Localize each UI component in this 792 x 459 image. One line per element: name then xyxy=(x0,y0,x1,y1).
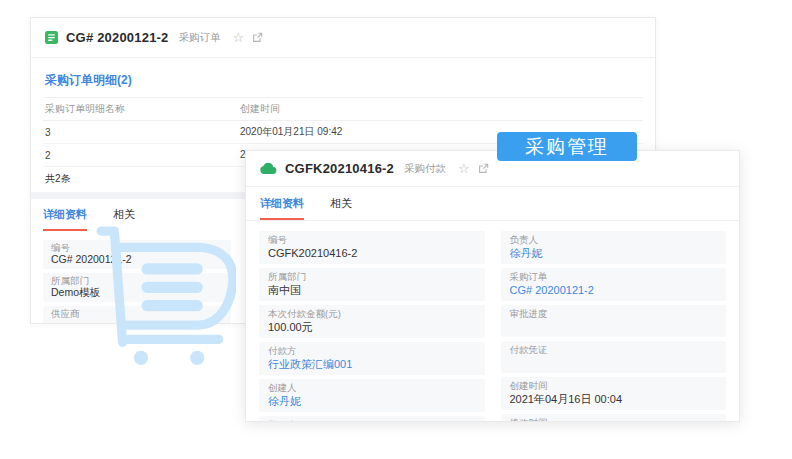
cloud-icon xyxy=(260,162,277,175)
share-icon[interactable] xyxy=(252,32,263,43)
field-label: 付款凭证 xyxy=(510,344,718,356)
field-creator: 创建人 徐丹妮 xyxy=(259,379,485,412)
column-header-name: 采购订单明细名称 xyxy=(43,98,238,121)
front-card-tabs: 详细资料 相关 xyxy=(246,187,739,221)
fields-left-column: 编号 CGFK20210416-2 所属部门 南中国 本次付款金额(元) 100… xyxy=(259,231,485,422)
fields-right-column: 负责人 徐丹妮 采购订单 CG# 20200121-2 审批进度 付款凭证 创建… xyxy=(501,231,727,422)
field-payment-amount: 本次付款金额(元) 100.00元 xyxy=(259,305,485,338)
field-department: 所属部门 Demo模板 xyxy=(43,273,231,302)
purchase-order-link[interactable]: CG# 20200121-2 xyxy=(510,283,718,297)
creator-link[interactable]: 徐丹妮 xyxy=(268,394,476,408)
field-label: 编号 xyxy=(268,234,476,246)
field-value xyxy=(510,356,718,369)
field-department: 所属部门 南中国 xyxy=(259,268,485,301)
star-icon[interactable]: ☆ xyxy=(233,31,245,44)
field-purchase-order: 采购订单 CG# 20200121-2 xyxy=(501,268,727,301)
field-owner: 负责人 徐丹妮 xyxy=(501,231,727,264)
order-doc-icon xyxy=(45,31,58,44)
field-value: 100.00元 xyxy=(268,320,476,334)
payer-link[interactable]: 行业政策汇编001 xyxy=(268,357,476,371)
field-modified-time: 修改时间 2021年04月16日 00:04 xyxy=(501,414,727,422)
tab-detail[interactable]: 详细资料 xyxy=(260,196,304,220)
field-number: 编号 CGFK20210416-2 xyxy=(259,231,485,264)
owner-link[interactable]: 徐丹妮 xyxy=(510,246,718,260)
field-label: 付款方 xyxy=(268,345,476,357)
tab-related[interactable]: 相关 xyxy=(113,207,135,231)
field-value: CG# 20200121-2 xyxy=(51,253,223,266)
purchase-payment-card: CGFK20210416-2 采购付款 ☆ 详细资料 相关 编号 CGFK202… xyxy=(245,150,740,422)
star-icon[interactable]: ☆ xyxy=(458,162,470,175)
field-modifier: 修改人 徐丹妮 xyxy=(259,416,485,422)
purchase-payment-type-label: 采购付款 xyxy=(404,162,446,176)
tab-detail[interactable]: 详细资料 xyxy=(43,207,87,231)
order-detail-link[interactable]: 3 xyxy=(43,121,238,144)
page: CG# 20200121-2 采购订单 ☆ 采购订单明细(2) 采购订单明细名称… xyxy=(0,0,792,459)
field-value xyxy=(51,319,223,324)
field-payer: 付款方 行业政策汇编001 xyxy=(259,342,485,375)
field-label: 创建人 xyxy=(268,382,476,394)
field-number: 编号 CG# 20200121-2 xyxy=(43,240,231,269)
tab-related[interactable]: 相关 xyxy=(330,196,352,220)
column-header-created-time: 创建时间 xyxy=(238,98,643,121)
field-label: 修改时间 xyxy=(510,417,718,422)
field-value: 2021年04月16日 00:04 xyxy=(510,392,718,406)
field-label: 供应商 xyxy=(51,308,223,319)
front-card-fields: 编号 CGFK20210416-2 所属部门 南中国 本次付款金额(元) 100… xyxy=(246,221,739,422)
purchase-management-badge: 采购管理 xyxy=(497,132,637,161)
field-created-time: 创建时间 2021年04月16日 00:04 xyxy=(501,377,727,410)
order-detail-link[interactable]: 2 xyxy=(43,144,238,167)
field-label: 采购订单 xyxy=(510,271,718,283)
field-label: 负责人 xyxy=(510,234,718,246)
field-supplier: 供应商 xyxy=(43,306,231,324)
field-label: 审批进度 xyxy=(510,308,718,320)
field-label: 所属部门 xyxy=(51,275,223,286)
field-payment-voucher: 付款凭证 xyxy=(501,341,727,373)
field-label: 创建时间 xyxy=(510,380,718,392)
field-label: 所属部门 xyxy=(268,271,476,283)
purchase-payment-title: CGFK20210416-2 xyxy=(285,161,394,176)
field-value: Demo模板 xyxy=(51,286,223,299)
field-value: 南中国 xyxy=(268,283,476,297)
share-icon[interactable] xyxy=(478,163,489,174)
field-label: 修改人 xyxy=(268,419,476,422)
field-value xyxy=(510,320,718,333)
purchase-order-title: CG# 20200121-2 xyxy=(66,30,169,45)
field-approval-progress: 审批进度 xyxy=(501,305,727,337)
back-card-fields: 编号 CG# 20200121-2 所属部门 Demo模板 供应商 项目管理 创… xyxy=(31,231,243,324)
purchase-order-type-label: 采购订单 xyxy=(179,31,221,45)
field-label: 本次付款金额(元) xyxy=(268,308,476,320)
field-label: 编号 xyxy=(51,242,223,253)
purchase-payment-header: CGFK20210416-2 采购付款 ☆ xyxy=(246,151,739,187)
order-detail-section-title: 采购订单明细(2) xyxy=(45,72,643,89)
field-value: CGFK20210416-2 xyxy=(268,246,476,260)
purchase-order-header: CG# 20200121-2 采购订单 ☆ xyxy=(31,18,655,58)
